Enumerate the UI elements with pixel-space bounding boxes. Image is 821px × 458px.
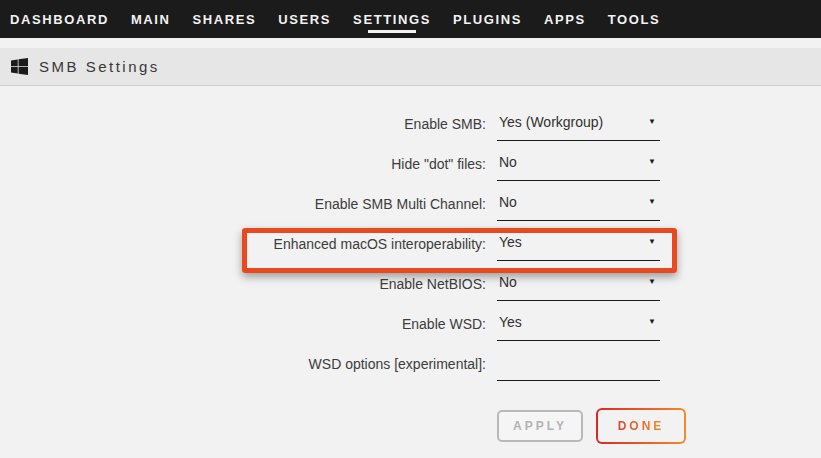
nav-item-apps[interactable]: APPS <box>544 3 586 36</box>
dropdown-arrow-icon: ▼ <box>648 237 656 246</box>
nav-item-dashboard[interactable]: DASHBOARD <box>10 3 109 36</box>
nav-item-settings-label: SETTINGS <box>353 12 431 27</box>
field-label: Enable WSD: <box>0 316 486 341</box>
smb-settings-page: DASHBOARD MAIN SHARES USERS SETTINGS PLU… <box>0 0 821 458</box>
top-nav: DASHBOARD MAIN SHARES USERS SETTINGS PLU… <box>0 0 821 38</box>
field-label: Enable SMB: <box>0 116 486 141</box>
enable-wsd-select[interactable]: Yes ▼ <box>497 314 660 341</box>
hide-dot-files-select[interactable]: No ▼ <box>497 154 660 181</box>
form-buttons: APPLY DONE <box>497 408 821 444</box>
done-button[interactable]: DONE <box>596 408 686 444</box>
enable-smb-select[interactable]: Yes (Workgroup) ▼ <box>497 114 660 141</box>
dropdown-arrow-icon: ▼ <box>648 117 656 126</box>
form-row-wsd-options: WSD options [experimental]: <box>0 341 821 381</box>
wsd-options-field <box>497 354 660 381</box>
settings-form: Enable SMB: Yes (Workgroup) ▼ Hide "dot"… <box>0 86 821 444</box>
done-button-label: DONE <box>618 419 665 433</box>
active-tab-underline <box>368 30 416 33</box>
page-title: SMB Settings <box>39 58 160 75</box>
form-row-hide-dot-files: Hide "dot" files: No ▼ <box>0 141 821 181</box>
nav-item-shares[interactable]: SHARES <box>193 3 257 36</box>
nav-item-users[interactable]: USERS <box>278 3 331 36</box>
form-row-enable-wsd: Enable WSD: Yes ▼ <box>0 301 821 341</box>
nav-item-main[interactable]: MAIN <box>131 3 171 36</box>
select-value: No <box>497 194 517 211</box>
nav-item-settings[interactable]: SETTINGS <box>353 3 431 36</box>
dropdown-arrow-icon: ▼ <box>648 317 656 326</box>
enable-netbios-select[interactable]: No ▼ <box>497 274 660 301</box>
form-row-enable-netbios: Enable NetBIOS: No ▼ <box>0 261 821 301</box>
smb-multi-channel-select[interactable]: No ▼ <box>497 194 660 221</box>
form-row-smb-multi-channel: Enable SMB Multi Channel: No ▼ <box>0 181 821 221</box>
field-label: WSD options [experimental]: <box>0 356 486 381</box>
apply-button[interactable]: APPLY <box>497 410 583 442</box>
select-value: Yes <box>497 314 522 331</box>
nav-gap-strip <box>0 38 821 48</box>
dropdown-arrow-icon: ▼ <box>648 157 656 166</box>
form-row-enable-smb: Enable SMB: Yes (Workgroup) ▼ <box>0 101 821 141</box>
select-value: Yes <box>497 234 522 251</box>
field-label: Enable SMB Multi Channel: <box>0 196 486 221</box>
field-label: Enable NetBIOS: <box>0 276 486 301</box>
select-value: No <box>497 274 517 291</box>
select-value: No <box>497 154 517 171</box>
select-value: Yes (Workgroup) <box>497 114 603 131</box>
windows-icon <box>11 58 28 75</box>
title-bar: SMB Settings <box>0 48 821 86</box>
field-label: Hide "dot" files: <box>0 156 486 181</box>
form-row-macos-interoperability: Enhanced macOS interoperability: Yes ▼ <box>0 221 821 261</box>
nav-item-tools[interactable]: TOOLS <box>608 3 661 36</box>
dropdown-arrow-icon: ▼ <box>648 277 656 286</box>
field-label: Enhanced macOS interoperability: <box>0 236 486 261</box>
macos-interoperability-select[interactable]: Yes ▼ <box>497 234 660 261</box>
dropdown-arrow-icon: ▼ <box>648 197 656 206</box>
nav-item-plugins[interactable]: PLUGINS <box>453 3 522 36</box>
wsd-options-input[interactable] <box>497 354 660 370</box>
